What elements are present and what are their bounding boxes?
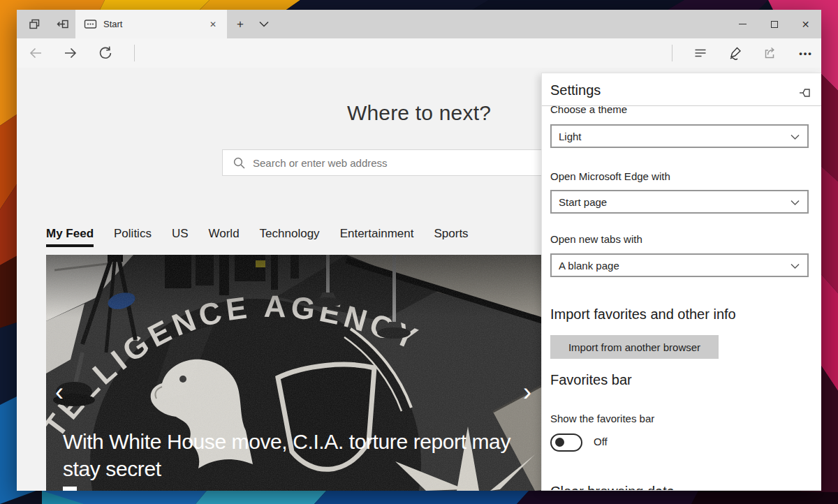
minimize-button[interactable]: [727, 10, 758, 38]
web-note-button[interactable]: [721, 38, 750, 68]
news-headline[interactable]: With White House move, C.I.A. torture re…: [63, 428, 529, 482]
toolbar-divider: [134, 45, 135, 61]
show-favorites-label: Show the favorites bar: [550, 413, 654, 424]
more-menu-button[interactable]: •••: [791, 38, 821, 68]
favorites-bar-heading: Favorites bar: [550, 372, 632, 388]
tab-preview-icon: [28, 17, 41, 31]
new-tabs-value: A blank page: [559, 260, 619, 272]
search-icon: [233, 156, 246, 170]
navigation-toolbar: •••: [17, 38, 821, 68]
pin-panel-button[interactable]: [796, 84, 813, 100]
share-icon: [763, 46, 777, 60]
minimize-icon: [739, 24, 747, 24]
theme-label-clipped: Choose a theme: [550, 106, 627, 116]
feed-tabs: My Feed Politics US World Technology Ent…: [46, 227, 469, 241]
ellipsis-icon: •••: [799, 48, 813, 59]
favorites-bar-toggle[interactable]: [550, 433, 582, 452]
news-card[interactable]: TELLIGENCE AGENCY: [46, 255, 591, 491]
maximize-icon: [771, 21, 778, 28]
tab-close-button[interactable]: ✕: [206, 17, 220, 31]
open-with-dropdown[interactable]: Start page: [550, 190, 809, 214]
theme-value: Light: [559, 131, 582, 142]
plus-icon: +: [237, 17, 244, 31]
feed-tab-us[interactable]: US: [172, 227, 189, 241]
chevron-down-icon: [791, 200, 800, 206]
clear-browsing-heading-clipped: Clear browsing data: [550, 484, 675, 491]
chevron-down-icon: [259, 21, 269, 27]
carousel-prev-button[interactable]: ‹: [49, 377, 70, 408]
edge-browser-window: Start ✕ + ✕: [17, 10, 821, 491]
reading-view-icon: [693, 46, 707, 60]
feed-tab-world[interactable]: World: [209, 227, 240, 241]
pin-icon: [798, 86, 811, 99]
news-source-mark: [63, 487, 77, 491]
set-tabs-aside-button[interactable]: [50, 10, 74, 38]
chevron-down-icon: [791, 263, 800, 269]
tab-bar: Start ✕ + ✕: [17, 10, 821, 38]
carousel-next-button[interactable]: ›: [517, 377, 538, 408]
feed-tab-politics[interactable]: Politics: [114, 227, 152, 241]
open-with-value: Start page: [559, 196, 607, 208]
maximize-button[interactable]: [758, 10, 790, 38]
feed-tab-entertainment[interactable]: Entertainment: [340, 227, 414, 241]
tab-title: Start: [103, 19, 206, 29]
share-button[interactable]: [755, 38, 784, 68]
chevron-down-icon: [791, 134, 800, 140]
pen-icon: [728, 46, 742, 60]
reading-view-button[interactable]: [686, 38, 715, 68]
back-button[interactable]: [21, 38, 50, 68]
feed-tab-sports[interactable]: Sports: [434, 227, 468, 241]
import-heading: Import favorites and other info: [550, 306, 736, 323]
theme-dropdown[interactable]: Light: [550, 124, 809, 148]
settings-title: Settings: [550, 82, 601, 98]
settings-panel: Settings Choose a theme Light Open Micro…: [541, 73, 821, 491]
toggle-knob: [555, 438, 564, 447]
forward-arrow-icon: [63, 45, 78, 61]
start-page-favicon-icon: [84, 17, 97, 31]
refresh-button[interactable]: [91, 38, 120, 68]
new-tabs-dropdown[interactable]: A blank page: [550, 253, 809, 277]
desktop: Start ✕ + ✕: [0, 0, 838, 504]
tab-preview-button[interactable]: [22, 10, 46, 38]
tab-list-button[interactable]: [253, 10, 274, 38]
close-button[interactable]: ✕: [790, 10, 821, 38]
forward-button[interactable]: [56, 38, 85, 68]
window-controls: ✕: [727, 10, 821, 38]
tab-start[interactable]: Start ✕: [75, 10, 227, 38]
new-tabs-label: Open new tabs with: [550, 233, 642, 245]
toolbar-divider-right: [672, 45, 672, 61]
back-arrow-icon: [28, 45, 43, 61]
refresh-icon: [98, 45, 113, 61]
import-browser-button[interactable]: Import from another browser: [550, 335, 719, 359]
set-tabs-aside-icon: [56, 17, 69, 31]
new-tab-button[interactable]: +: [230, 10, 251, 38]
feed-tab-my-feed[interactable]: My Feed: [46, 227, 94, 241]
open-with-label: Open Microsoft Edge with: [550, 170, 670, 182]
feed-tab-technology[interactable]: Technology: [260, 227, 320, 241]
close-icon: ✕: [802, 19, 810, 30]
toggle-state-label: Off: [594, 436, 608, 447]
